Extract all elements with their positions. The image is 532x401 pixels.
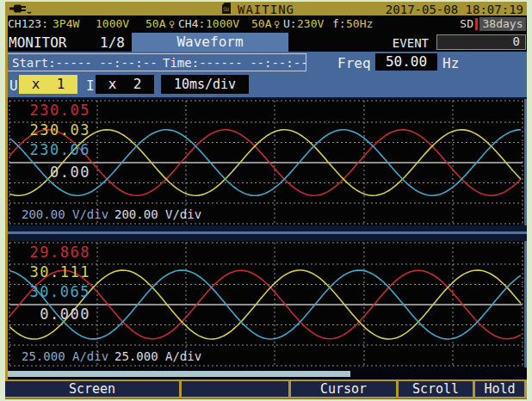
voltage-zoom-select[interactable]: x 1 — [19, 75, 77, 94]
softkey-screen[interactable]: Screen — [5, 381, 179, 397]
recording-time-box: Start:----- --:--:-- Time:------ --:--:-… — [7, 53, 306, 71]
event-count-badge: 0 — [436, 34, 526, 50]
i3-rms-value: 30.065 — [11, 283, 90, 300]
softkey-blank[interactable] — [182, 381, 288, 397]
wiring-mode: 3P4W — [53, 15, 79, 33]
voltage-waveform-panel: 230.05 230.03 230.06 0.00 200.00 V/div 2… — [8, 99, 524, 225]
sd-status-label: SD — [460, 15, 473, 33]
mode-label: MONITOR — [9, 34, 66, 51]
current-zero-label: 0.000 — [11, 305, 90, 323]
analyzer-screenshot: { "topbar": { "status": "WAITING", "date… — [0, 0, 532, 401]
ch4-current-range: 50A — [251, 15, 271, 33]
sd-status-divider — [475, 18, 478, 30]
panel-separator — [5, 225, 527, 241]
softkey-scroll[interactable]: Scroll — [399, 381, 473, 397]
clamp-sensor-icon: ♀ — [169, 15, 175, 33]
nominal-voltage: 230V — [297, 15, 324, 33]
status-bar: SD WAITING 2017-05-08 18:07:19 — [5, 2, 527, 15]
current-scale-label: 25.000 A/div — [22, 349, 108, 363]
softkey-bar: Screen Cursor Scroll Hold — [5, 379, 527, 398]
nominal-voltage-label: U: — [283, 15, 297, 33]
bezel-strip — [5, 15, 8, 379]
clamp-sensor-icon: ♀ — [274, 15, 280, 33]
horizontal-scrollbar[interactable] — [5, 367, 527, 379]
voltage-zero-label: 0.00 — [11, 163, 90, 181]
page-indicator: 1/8 — [100, 34, 125, 51]
i2-rms-value: 30.111 — [11, 263, 90, 281]
current-scale-label: 25.000 A/div — [114, 349, 201, 363]
instrument-screen: SD WAITING 2017-05-08 18:07:19 CH123: 3P… — [5, 2, 527, 399]
current-waveform-panel: 29.868 30.111 30.065 0.000 25.000 A/div … — [8, 241, 524, 367]
current-zoom-select[interactable]: x 2 — [96, 75, 154, 94]
record-start-value: Start:----- --:--:-- — [12, 56, 158, 70]
voltage-zoom-label: U — [9, 77, 18, 94]
sd-remaining-badge: 38days — [479, 17, 526, 31]
softkey-hold[interactable]: Hold — [475, 381, 524, 397]
scrollbar-thumb[interactable] — [8, 371, 350, 377]
main-area: Start:----- --:--:-- Time:------ --:--:-… — [5, 52, 527, 379]
tab-waveform[interactable]: Waveform — [132, 33, 288, 52]
channel-config-bar: CH123: 3P4W 1000V 50A ♀ CH4: 1000V 50A ♀… — [5, 15, 527, 33]
freq-readout: 50.00 — [375, 53, 437, 71]
current-zoom-label: I — [86, 77, 95, 94]
separator-line — [5, 231, 527, 234]
u2-rms-value: 230.03 — [11, 121, 90, 139]
ch4-voltage-range: 1000V — [206, 15, 239, 33]
u1-rms-value: 230.05 — [11, 102, 90, 119]
nav-bar: MONITOR 1/8 Waveform EVENT 0 — [5, 33, 527, 52]
record-elapsed-value: Time:------ --:--:-- — [163, 56, 308, 70]
nominal-freq: 50Hz — [346, 15, 373, 33]
ch4-label: CH4: — [178, 15, 205, 33]
timebase-select[interactable]: 10ms/div — [161, 75, 249, 94]
voltage-scale-label: 200.00 V/div — [22, 207, 108, 221]
freq-label: Freq — [337, 55, 371, 71]
i1-rms-value: 29.868 — [11, 244, 90, 261]
freq-unit: Hz — [442, 55, 459, 71]
u3-rms-value: 230.06 — [11, 141, 90, 158]
voltage-range: 1000V — [96, 15, 129, 33]
nominal-freq-label: f: — [332, 15, 346, 33]
clock: 2017-05-08 18:07:19 — [386, 3, 523, 16]
ch123-label: CH123: — [8, 15, 48, 33]
voltage-scale-label: 200.00 V/div — [114, 207, 201, 221]
softkey-cursor[interactable]: Cursor — [291, 381, 396, 397]
event-label: EVENT — [393, 36, 429, 50]
current-range: 50A — [145, 15, 165, 33]
